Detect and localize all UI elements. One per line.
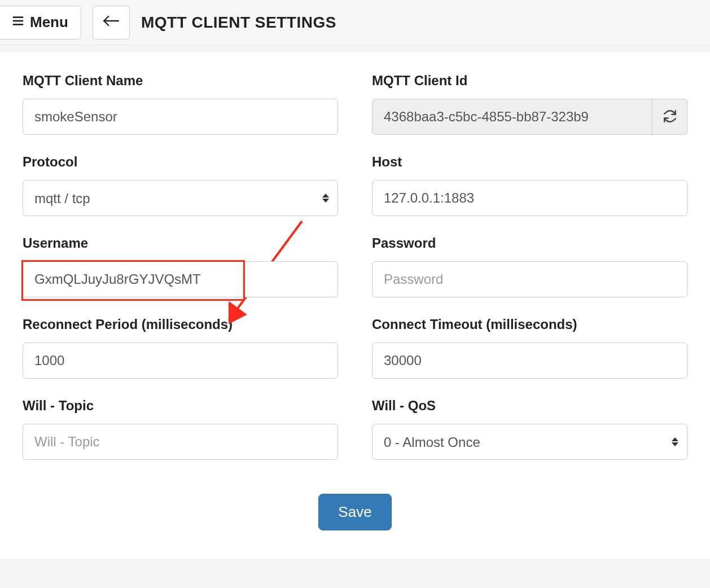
username-highlight [23,261,338,297]
username-field[interactable] [23,261,338,297]
password-field[interactable] [372,261,687,297]
client-name-label: MQTT Client Name [23,73,338,89]
menu-button[interactable]: Menu [0,6,81,40]
page-title: MQTT CLIENT SETTINGS [141,14,336,32]
host-label: Host [372,154,687,170]
client-id-field [372,99,652,135]
protocol-label: Protocol [23,154,338,170]
username-label: Username [23,235,338,251]
client-name-field[interactable] [23,99,338,135]
protocol-select[interactable]: mqtt / tcp [23,180,338,216]
reconnect-period-field[interactable] [23,343,338,379]
save-button[interactable]: Save [318,494,391,530]
password-label: Password [372,235,687,251]
will-topic-field[interactable] [23,424,338,460]
top-bar: Menu MQTT CLIENT SETTINGS [0,0,710,45]
connect-timeout-label: Connect Timeout (milliseconds) [372,317,687,332]
settings-panel: MQTT Client Name MQTT Client Id [0,51,710,559]
reconnect-period-label: Reconnect Period (milliseconds) [23,317,338,332]
will-topic-label: Will - Topic [23,398,338,414]
connect-timeout-field[interactable] [372,343,687,379]
client-id-label: MQTT Client Id [372,73,687,89]
back-button[interactable] [93,6,130,40]
will-qos-label: Will - QoS [372,398,687,414]
menu-button-label: Menu [30,14,68,31]
refresh-icon [663,109,677,125]
will-qos-select[interactable]: 0 - Almost Once [372,424,687,460]
host-field[interactable] [372,180,687,216]
regenerate-client-id-button[interactable] [652,99,687,135]
hamburger-icon [12,14,24,31]
arrow-left-icon [102,14,120,31]
